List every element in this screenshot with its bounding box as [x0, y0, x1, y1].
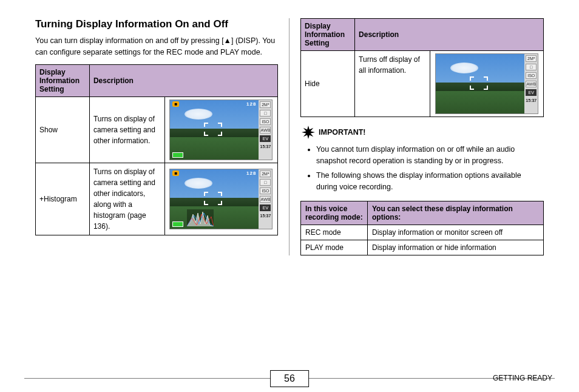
rec-badge-icon: ■ — [172, 171, 179, 176]
setting-name: Hide — [301, 51, 355, 117]
preview-cell: ■ 128 — [164, 163, 277, 235]
side-strip: 2M* □ ISO AWB EV 15:37 — [259, 169, 272, 229]
th-description: Description — [355, 19, 544, 51]
side-item: □ — [260, 110, 271, 117]
important-item: The following shows the display informat… — [316, 170, 544, 194]
side-item: ISO — [526, 72, 537, 79]
side-time: 15:37 — [526, 98, 537, 103]
side-item: □ — [526, 64, 537, 70]
side-item: 2M* — [260, 171, 271, 177]
battery-icon — [172, 152, 183, 158]
shot-count: 128 — [246, 101, 256, 107]
table-row: Show Turns on display of camera setting … — [36, 96, 278, 163]
camera-preview-show: ■ 128 2M* □ ISO AWB — [169, 100, 273, 160]
starburst-icon — [302, 126, 315, 139]
side-time: 15:37 — [260, 213, 271, 218]
side-item: AWB — [260, 196, 271, 203]
rec-badge-icon: ■ — [172, 101, 179, 107]
preview-scene: ■ 128 — [170, 169, 259, 229]
th-voice-options: You can select these display information… — [368, 201, 544, 225]
page-number: 56 — [270, 370, 309, 387]
table-row: Hide Turns off display of all informatio… — [301, 51, 544, 117]
table-row: PLAY mode Display information or hide in… — [301, 240, 544, 255]
table-header-row: Display Information Setting Description — [301, 19, 544, 51]
side-item: ISO — [260, 188, 271, 194]
intro-paragraph: You can turn display information on and … — [35, 35, 278, 58]
th-description: Description — [89, 64, 277, 96]
setting-description: Turns on display of camera setting and o… — [89, 163, 164, 235]
side-item: AWB — [526, 81, 537, 87]
setting-name: +Histogram — [36, 163, 90, 235]
voice-options: Display information or hide information — [368, 240, 544, 255]
preview-scene: ■ 128 — [170, 100, 259, 160]
voice-mode: REC mode — [301, 225, 368, 240]
focus-brackets-icon — [204, 123, 222, 136]
battery-icon — [172, 221, 183, 227]
important-list: You cannot turn display information on o… — [300, 144, 544, 194]
preview-cell: 2M* □ ISO AWB EV 15:37 — [430, 51, 544, 117]
voice-mode: PLAY mode — [301, 240, 368, 255]
preview-overlay-top: ■ 128 — [172, 171, 256, 176]
display-settings-table-2: Display Information Setting Description … — [300, 18, 544, 117]
side-time: 15:37 — [260, 144, 271, 149]
setting-description: Turns on display of camera setting and o… — [89, 96, 164, 163]
voice-recording-table: In this voice recording mode: You can se… — [300, 201, 544, 255]
side-item: EV — [260, 204, 271, 211]
preview-overlay-top: ■ 128 — [172, 101, 256, 107]
voice-options: Display information or monitor screen of… — [368, 225, 544, 240]
right-column: Display Information Setting Description … — [290, 18, 555, 255]
histogram-icon — [187, 209, 214, 226]
preview-scene — [436, 54, 524, 113]
section-label: GETTING READY — [493, 374, 552, 382]
svg-marker-0 — [302, 126, 315, 139]
th-voice-mode: In this voice recording mode: — [301, 201, 368, 225]
page-title: Turning Display Information On and Off — [35, 18, 278, 30]
side-item: 2M* — [526, 55, 537, 62]
side-item: 2M* — [260, 101, 271, 108]
table-header-row: Display Information Setting Description — [36, 64, 278, 96]
shot-count: 128 — [246, 171, 256, 176]
camera-preview-histogram: ■ 128 — [169, 169, 273, 229]
th-setting: Display Information Setting — [36, 64, 90, 96]
side-strip: 2M* □ ISO AWB EV 15:37 — [259, 100, 272, 160]
table-header-row: In this voice recording mode: You can se… — [301, 201, 544, 225]
th-setting: Display Information Setting — [301, 19, 355, 51]
side-strip: 2M* □ ISO AWB EV 15:37 — [524, 54, 538, 113]
setting-name: Show — [36, 96, 90, 163]
focus-brackets-icon — [470, 76, 488, 90]
side-item: □ — [260, 179, 271, 186]
important-label: IMPORTANT! — [319, 128, 366, 137]
left-column: Turning Display Information On and Off Y… — [24, 18, 290, 255]
setting-description: Turns off display of all information. — [355, 51, 430, 117]
side-item: EV — [526, 89, 537, 96]
display-settings-table-1: Display Information Setting Description … — [35, 64, 278, 235]
table-row: +Histogram Turns on display of camera se… — [36, 163, 278, 235]
side-item: ISO — [260, 118, 271, 125]
camera-preview-hide: 2M* □ ISO AWB EV 15:37 — [435, 53, 538, 114]
preview-cell: ■ 128 2M* □ ISO AWB — [164, 96, 277, 163]
side-item: EV — [260, 135, 271, 142]
page-columns: Turning Display Information On and Off Y… — [24, 18, 555, 255]
important-item: You cannot turn display information on o… — [316, 144, 544, 167]
important-heading: IMPORTANT! — [302, 126, 544, 139]
table-row: REC mode Display information or monitor … — [301, 225, 544, 240]
side-item: AWB — [260, 127, 271, 133]
focus-brackets-icon — [204, 192, 222, 205]
